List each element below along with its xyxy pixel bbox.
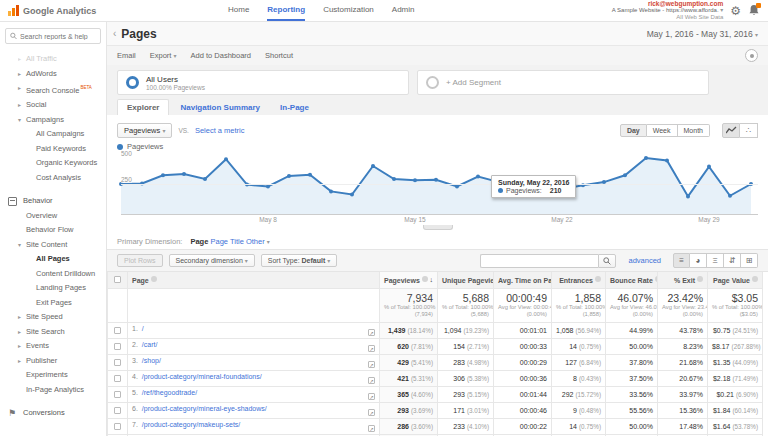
sidebar-item-content-drilldown[interactable]: Content Drilldown (0, 267, 106, 282)
row-checkbox[interactable] (114, 423, 121, 430)
select-metric-link[interactable]: Select a metric (195, 126, 245, 135)
nav-item-home[interactable]: Home (228, 0, 249, 21)
select-all-checkbox[interactable] (114, 276, 121, 283)
external-link-icon[interactable]: ↗ (368, 361, 375, 368)
tab-explorer[interactable]: Explorer (117, 99, 169, 115)
row-checkbox[interactable] (114, 359, 121, 366)
column-header-page[interactable]: Page (128, 272, 380, 289)
row-checkbox[interactable] (114, 375, 121, 382)
collapse-sidebar-icon[interactable]: ‹ (113, 28, 116, 39)
external-link-icon[interactable]: ↗ (368, 393, 375, 400)
sort-type-button[interactable]: Sort Type: Default ▾ (261, 254, 337, 267)
sidebar-item-cost-analysis[interactable]: Cost Analysis (0, 171, 106, 186)
sidebar-item-adwords[interactable]: ▸AdWords (0, 67, 106, 82)
sidebar-item-site-speed[interactable]: ▸Site Speed (0, 310, 106, 325)
row-checkbox[interactable] (114, 343, 121, 350)
metric-selector[interactable]: Pageviews ▾ (117, 123, 172, 138)
notifications-bell-icon[interactable] (748, 4, 760, 17)
granularity-week-button[interactable]: Week (647, 124, 678, 137)
plot-rows-button[interactable]: Plot Rows (117, 254, 163, 267)
nav-item-customization[interactable]: Customization (323, 0, 374, 21)
sidebar-item-landing-pages[interactable]: Landing Pages (0, 281, 106, 296)
external-link-icon[interactable]: ↗ (368, 329, 375, 336)
dimension-page[interactable]: Page (190, 237, 208, 246)
table-search-input[interactable] (480, 254, 598, 268)
sidebar-item-social[interactable]: ▸Social (0, 98, 106, 113)
page-link[interactable]: / (142, 325, 144, 332)
help-icon[interactable] (422, 276, 428, 282)
sidebar-item-in-page-analytics[interactable]: In-Page Analytics (0, 383, 106, 398)
column-header-exit[interactable]: % Exit (658, 272, 708, 289)
help-icon[interactable] (752, 276, 758, 282)
sidebar-item-search-console[interactable]: ▸Search ConsoleBETA (0, 81, 106, 98)
page-link[interactable]: /product-category/mineral-eye-shadows/ (142, 405, 267, 412)
advanced-link[interactable]: advanced (628, 256, 661, 265)
granularity-month-button[interactable]: Month (678, 124, 710, 137)
external-link-icon[interactable]: ↗ (368, 425, 375, 432)
sidebar-item-organic-keywords[interactable]: Organic Keywords (0, 156, 106, 171)
percentage-view-icon[interactable]: ◕ (690, 253, 707, 268)
sidebar-item-paid-keywords[interactable]: Paid Keywords (0, 142, 106, 157)
sidebar-item-campaigns[interactable]: ▾Campaigns (0, 113, 106, 128)
pageviews-chart[interactable]: 500 250 Sunday, May 22, 2016 Pageviews: … (121, 153, 758, 215)
insights-icon[interactable] (745, 49, 758, 62)
add-to-dashboard-button[interactable]: Add to Dashboard (191, 51, 251, 60)
page-link[interactable]: /cart/ (142, 341, 158, 348)
sidebar-item-events[interactable]: ▸Events (0, 339, 106, 354)
sidebar-item-all-traffic[interactable]: ▸All Traffic (0, 52, 106, 67)
page-link[interactable]: /product-category/makeup-sets/ (142, 421, 240, 428)
row-checkbox[interactable] (114, 327, 121, 334)
nav-item-admin[interactable]: Admin (392, 0, 415, 21)
sidebar-search[interactable] (5, 28, 101, 44)
column-header-entrances[interactable]: Entrances (552, 272, 606, 289)
brand[interactable]: Google Analytics (8, 5, 158, 16)
column-header-bounce-rate[interactable]: Bounce Rate (606, 272, 658, 289)
nav-item-reporting[interactable]: Reporting (267, 0, 305, 21)
secondary-dimension-button[interactable]: Secondary dimension ▾ (169, 254, 255, 267)
granularity-day-button[interactable]: Day (620, 124, 647, 137)
segment-all-users[interactable]: All Users 100.00% Pageviews (117, 70, 409, 95)
tab-in-page[interactable]: In-Page (271, 100, 318, 115)
sidebar-item-publisher[interactable]: ▸Publisher (0, 354, 106, 369)
sidebar-item-overview[interactable]: Overview (0, 209, 106, 224)
sidebar-item-behavior[interactable]: Behavior (0, 194, 106, 209)
line-chart-icon[interactable] (722, 123, 740, 138)
page-link[interactable]: /shop/ (142, 357, 161, 364)
help-icon[interactable] (697, 276, 703, 282)
column-header-pageviews[interactable]: ↓Pageviews (380, 272, 438, 289)
column-header-avg-time-on-page[interactable]: Avg. Time on Page (494, 272, 552, 289)
sidebar-item-experiments[interactable]: Experiments (0, 368, 106, 383)
gear-icon[interactable]: ⚙ (730, 5, 741, 17)
sidebar-item-all-pages[interactable]: All Pages (0, 252, 106, 267)
help-icon[interactable] (151, 276, 157, 282)
date-range-picker[interactable]: May 1, 2016 - May 31, 2016 ▾ (647, 29, 758, 39)
row-checkbox[interactable] (114, 391, 121, 398)
page-link[interactable]: /product-category/mineral-foundations/ (142, 373, 262, 380)
help-icon[interactable] (595, 276, 601, 282)
motion-chart-icon[interactable]: ∴ (740, 123, 758, 138)
table-view-icon[interactable]: ≡ (673, 253, 690, 268)
account-switcher[interactable]: rick@webgumption.com A Sample Website - … (612, 0, 724, 21)
search-icon[interactable] (598, 254, 616, 268)
performance-view-icon[interactable]: Ξ (707, 253, 724, 268)
sidebar-item-site-search[interactable]: ▸Site Search (0, 325, 106, 340)
sidebar-item-conversions[interactable]: ⚑Conversions (0, 406, 106, 421)
tab-navigation-summary[interactable]: Navigation Summary (171, 100, 269, 115)
shortcut-button[interactable]: Shortcut (265, 51, 293, 60)
pivot-view-icon[interactable]: ⊞ (741, 253, 758, 268)
dimension-other[interactable]: Other ▾ (246, 237, 270, 246)
external-link-icon[interactable]: ↗ (368, 409, 375, 416)
row-checkbox[interactable] (114, 407, 121, 414)
external-link-icon[interactable]: ↗ (368, 377, 375, 384)
external-link-icon[interactable]: ↗ (368, 345, 375, 352)
column-header-unique-pageviews[interactable]: Unique Pageviews (438, 272, 494, 289)
page-link[interactable]: /ref/thegoodtrade/ (142, 389, 197, 396)
comparison-view-icon[interactable]: ⇵ (724, 253, 741, 268)
sidebar-item-site-content[interactable]: ▾Site Content (0, 238, 106, 253)
sidebar-item-behavior-flow[interactable]: Behavior Flow (0, 223, 106, 238)
sidebar-item-exit-pages[interactable]: Exit Pages (0, 296, 106, 311)
sidebar-item-all-campaigns[interactable]: All Campaigns (0, 127, 106, 142)
dimension-page-title[interactable]: Page Title (210, 237, 243, 246)
column-header-page-value[interactable]: Page Value (708, 272, 763, 289)
sort-desc-icon[interactable]: ↓ (430, 276, 434, 283)
